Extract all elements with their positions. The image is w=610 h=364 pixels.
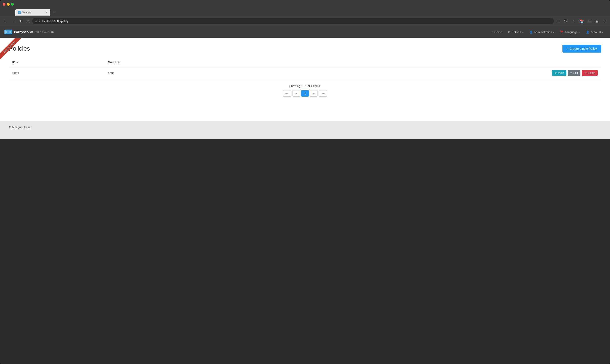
user-icon: 👤 [529,30,533,34]
more-options-button[interactable]: ··· [556,18,561,24]
security-icon: 🛡 [35,19,38,23]
name-sort-icon: ⇅ [118,61,120,64]
tab-favicon: P [18,11,21,14]
app-logo-name: Policyservice [14,30,34,34]
nav-administration-link[interactable]: 👤 Administration ▾ [527,29,557,36]
first-page-button[interactable]: «« [283,90,292,97]
eye-icon: 👁 [555,71,557,75]
footer-text: This is your footer [9,126,31,129]
table-header-row: ID ▾ Name ⇅ [9,58,601,67]
row-id: 1051 [9,67,104,79]
edit-button[interactable]: ✏ Edit [568,70,581,76]
next-page-button[interactable]: » [310,90,318,97]
row-actions: 👁 View ✏ Edit ✕ Delete [236,67,601,79]
app-version: v0.0.1-SNAPSHOT [36,31,54,33]
nav-refresh-button[interactable]: ↻ [18,18,24,24]
browser-titlebar [0,0,610,8]
grid-icon: ⊞ [508,30,511,34]
page-footer: This is your footer [0,121,610,139]
nav-links: ⌂ Home ⊞ Entities ▾ 👤 Administration ▾ 🚩… [489,29,606,36]
page-wrapper: Development Policies + Create a new Poli… [0,38,610,139]
col-id-header[interactable]: ID ▾ [9,58,104,67]
svg-marker-1 [9,30,11,34]
flag-icon: 🚩 [560,30,564,34]
split-view-icon[interactable]: ⊟ [587,18,593,24]
bookmark-star-icon[interactable]: ☆ [571,18,576,24]
svg-marker-0 [5,30,8,34]
create-policy-button[interactable]: + Create a new Policy [562,45,601,52]
pagination-wrapper: Showing 1 - 1 of 1 items. «« « 1 » »» [9,79,601,98]
nav-language-link[interactable]: 🚩 Language ▾ [558,29,582,36]
current-page-button[interactable]: 1 [301,90,309,97]
main-content: Policies + Create a new Policy ID ▾ Name… [0,38,610,121]
nav-account-link[interactable]: 👤 Account ▾ [583,29,606,36]
reading-list-icon[interactable]: 📚 [578,18,585,24]
account-dropdown-arrow: ▾ [602,31,603,33]
menu-icon[interactable]: ☰ [602,18,607,24]
page-title: Policies [9,45,30,52]
row-name: note [104,67,236,79]
address-bar-wrapper: 🛡 ℹ [32,18,554,24]
x-icon: ✕ [584,71,586,75]
nav-home-button[interactable]: ⌂ [26,18,30,24]
profile-icon[interactable]: ◉ [594,18,600,24]
language-dropdown-arrow: ▾ [579,31,580,33]
close-window-button[interactable] [3,3,5,6]
new-tab-button[interactable]: + [51,9,57,15]
entities-dropdown-arrow: ▾ [522,31,523,33]
tab-bar: P Policies ✕ + [0,8,610,16]
minimize-window-button[interactable] [7,3,10,6]
table-row: 1051 note 👁 View ✏ Edit ✕ Delete [9,67,601,79]
pagination-info: Showing 1 - 1 of 1 items. [9,84,601,88]
app-logo: Policyservice v0.0.1-SNAPSHOT [4,30,54,34]
browser-window: P Policies ✕ + ← → ↻ ⌂ 🛡 ℹ ··· 🛡 ☆ 📚 ⊟ ◉… [0,0,610,364]
pagination-controls: «« « 1 » »» [9,90,601,97]
table-body: 1051 note 👁 View ✏ Edit ✕ Delete [9,67,601,79]
delete-button[interactable]: ✕ Delete [582,70,598,76]
maximize-window-button[interactable] [11,3,14,6]
col-actions-header [236,58,601,67]
browser-toolbar: ← → ↻ ⌂ 🛡 ℹ ··· 🛡 ☆ 📚 ⊟ ◉ ☰ [0,16,610,26]
nav-home-link[interactable]: ⌂ Home [489,29,505,36]
page-header: Policies + Create a new Policy [9,45,601,52]
id-sort-icon: ▾ [17,61,18,64]
traffic-lights [3,3,14,6]
prev-page-button[interactable]: « [292,90,300,97]
tab-close-button[interactable]: ✕ [45,11,48,14]
logo-icon [4,30,12,34]
address-bar-input[interactable] [42,19,551,23]
account-icon: 👤 [586,30,589,34]
col-name-header[interactable]: Name ⇅ [104,58,236,67]
app-navbar: Policyservice v0.0.1-SNAPSHOT ⌂ Home ⊞ E… [0,26,610,38]
info-icon: ℹ [39,19,40,23]
nav-entities-link[interactable]: ⊞ Entities ▾ [505,29,526,36]
pencil-icon: ✏ [570,71,572,75]
nav-forward-button[interactable]: → [11,18,17,24]
nav-back-button[interactable]: ← [3,18,9,24]
action-buttons: 👁 View ✏ Edit ✕ Delete [240,70,598,76]
last-page-button[interactable]: »» [318,90,327,97]
tab-title: Policies [22,11,31,14]
active-tab[interactable]: P Policies ✕ [15,9,50,15]
home-icon: ⌂ [492,30,493,34]
policy-table: ID ▾ Name ⇅ 1051 note 👁 [9,58,601,79]
view-button[interactable]: 👁 View [552,70,566,76]
shield-icon: 🛡 [563,18,569,24]
administration-dropdown-arrow: ▾ [553,31,554,33]
